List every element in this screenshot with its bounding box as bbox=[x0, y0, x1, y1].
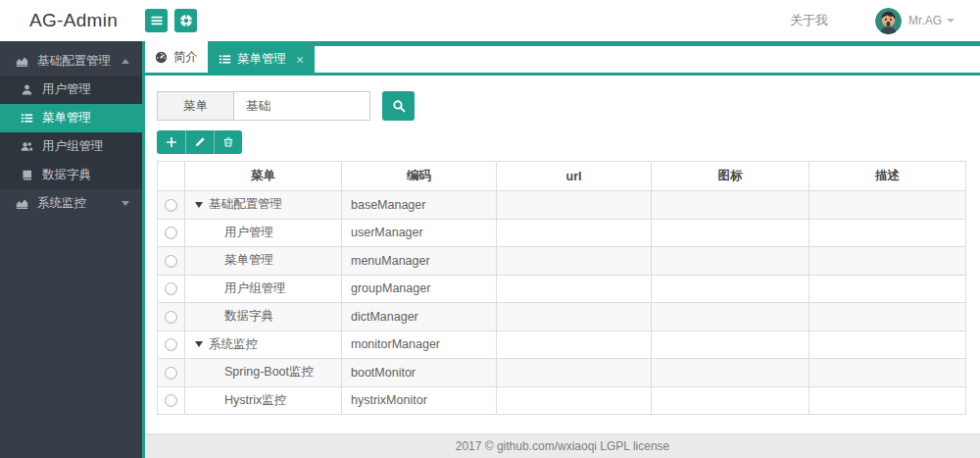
row-radio[interactable] bbox=[165, 227, 177, 239]
row-radio[interactable] bbox=[165, 367, 177, 380]
menu-desc bbox=[809, 219, 966, 247]
tab-content: 菜单 bbox=[145, 76, 980, 433]
plus-icon bbox=[166, 136, 177, 148]
row-radio[interactable] bbox=[165, 311, 177, 324]
menu-icon bbox=[652, 247, 809, 276]
gauge-icon bbox=[155, 51, 168, 64]
menu-name: 数据字典 bbox=[224, 309, 273, 323]
menu-table: 菜单 编码 url 图标 描述 基础配置管理baseManager用户管理use… bbox=[157, 161, 966, 415]
menu-icon bbox=[652, 331, 809, 359]
menu-name: Spring-Boot监控 bbox=[224, 365, 314, 379]
table-toolbar bbox=[157, 130, 965, 154]
sidebar-item-label: 基础配置管理 bbox=[37, 53, 111, 70]
bars-icon bbox=[150, 14, 164, 27]
delete-button[interactable] bbox=[214, 130, 242, 154]
caret-down-icon[interactable] bbox=[195, 202, 203, 208]
sidebar-item[interactable]: 用户组管理 bbox=[0, 132, 142, 161]
menu-code: monitorManager bbox=[342, 331, 497, 359]
menu-icon bbox=[652, 191, 809, 220]
sidebar-item-label: 菜单管理 bbox=[42, 110, 91, 127]
table-row: 系统监控monitorManager bbox=[158, 331, 966, 359]
menu-url bbox=[497, 191, 652, 220]
edit-button[interactable] bbox=[185, 130, 214, 154]
theme-button[interactable] bbox=[174, 9, 197, 32]
menu-name: Hystrix监控 bbox=[224, 393, 286, 407]
sidebar-item[interactable]: 菜单管理 bbox=[0, 104, 142, 132]
menu-icon bbox=[652, 303, 809, 331]
menu-url bbox=[497, 386, 652, 415]
table-row: 用户组管理groupManager bbox=[158, 275, 966, 303]
column-header-url: url bbox=[497, 162, 652, 191]
menu-name: 用户管理 bbox=[224, 226, 273, 239]
column-header-menu: 菜单 bbox=[185, 162, 342, 191]
menu-code: dictManager bbox=[342, 303, 497, 331]
top-navbar: AG-Admin 关于我 Mr.AG bbox=[0, 0, 980, 41]
tab-label: 菜单管理 bbox=[237, 51, 286, 68]
chart-icon bbox=[16, 197, 28, 210]
tab[interactable]: 菜单管理× bbox=[208, 46, 315, 73]
column-header-desc: 描述 bbox=[809, 162, 966, 191]
caret-down-icon bbox=[122, 201, 129, 206]
menu-name: 基础配置管理 bbox=[209, 197, 282, 211]
footer: 2017 © github.com/wxiaoqi LGPL license bbox=[145, 433, 980, 458]
search-input-group: 菜单 bbox=[157, 91, 370, 121]
menu-name: 系统监控 bbox=[209, 337, 258, 351]
chevron-down-icon bbox=[947, 19, 955, 23]
menu-code: bootMonitor bbox=[342, 359, 497, 387]
sidebar-item[interactable]: 系统监控 bbox=[0, 189, 142, 218]
caret-up-icon bbox=[122, 59, 129, 64]
menu-name: 菜单管理 bbox=[224, 253, 273, 267]
sidebar-item[interactable]: 数据字典 bbox=[0, 161, 142, 189]
about-me-link[interactable]: 关于我 bbox=[790, 12, 828, 29]
menu-url bbox=[497, 275, 652, 303]
table-body: 基础配置管理baseManager用户管理userManager菜单管理menu… bbox=[158, 191, 966, 415]
pencil-icon bbox=[194, 136, 206, 148]
sidebar-item-label: 数据字典 bbox=[42, 167, 91, 183]
username[interactable]: Mr.AG bbox=[908, 14, 942, 27]
menu-name: 用户组管理 bbox=[224, 281, 286, 295]
users-icon bbox=[21, 140, 33, 153]
user-area: 关于我 Mr.AG bbox=[790, 8, 980, 34]
sidebar-item[interactable]: 基础配置管理 bbox=[0, 47, 142, 76]
search-field-label: 菜单 bbox=[157, 91, 233, 121]
search-button[interactable] bbox=[382, 91, 415, 121]
menu-desc bbox=[809, 275, 966, 303]
trash-icon bbox=[222, 136, 234, 148]
row-radio[interactable] bbox=[165, 282, 177, 295]
sidebar-item-label: 用户组管理 bbox=[42, 138, 104, 155]
row-radio[interactable] bbox=[165, 338, 177, 351]
add-button[interactable] bbox=[157, 130, 185, 154]
tabs: 简介菜单管理× bbox=[145, 41, 980, 73]
menu-code: groupManager bbox=[342, 275, 497, 303]
column-header-code: 编码 bbox=[342, 162, 497, 191]
sidebar-item[interactable]: 用户管理 bbox=[0, 76, 142, 104]
menu-desc bbox=[809, 359, 966, 387]
tab[interactable]: 简介 bbox=[145, 41, 208, 73]
avatar[interactable] bbox=[875, 8, 902, 34]
close-icon[interactable]: × bbox=[296, 53, 304, 67]
search-input[interactable] bbox=[233, 91, 370, 121]
menu-icon bbox=[652, 219, 809, 247]
sidebar-item-label: 用户管理 bbox=[42, 81, 91, 98]
menu-desc bbox=[809, 191, 966, 220]
menu-url bbox=[497, 303, 652, 331]
menu-url bbox=[497, 359, 652, 387]
sidebar-item-label: 系统监控 bbox=[37, 195, 86, 212]
tab-bar: 简介菜单管理× bbox=[145, 41, 980, 76]
app-logo: AG-Admin bbox=[0, 10, 145, 31]
sidebar: 基础配置管理用户管理菜单管理用户组管理数据字典系统监控 bbox=[0, 41, 145, 458]
menu-desc bbox=[809, 386, 966, 415]
column-header-select bbox=[158, 162, 185, 191]
sidebar-menu: 基础配置管理用户管理菜单管理用户组管理数据字典系统监控 bbox=[0, 47, 142, 218]
footer-text: 2017 © github.com/wxiaoqi LGPL license bbox=[456, 439, 670, 453]
menu-desc bbox=[809, 303, 966, 331]
search-form: 菜单 bbox=[157, 91, 965, 121]
sidebar-toggle-button[interactable] bbox=[145, 9, 168, 32]
column-header-icon: 图标 bbox=[652, 162, 809, 191]
row-radio[interactable] bbox=[165, 199, 177, 212]
row-radio[interactable] bbox=[165, 255, 177, 268]
caret-down-icon[interactable] bbox=[195, 341, 203, 347]
row-radio[interactable] bbox=[165, 394, 177, 407]
search-icon bbox=[392, 99, 406, 113]
main-area: 简介菜单管理× 菜单 bbox=[145, 41, 980, 458]
